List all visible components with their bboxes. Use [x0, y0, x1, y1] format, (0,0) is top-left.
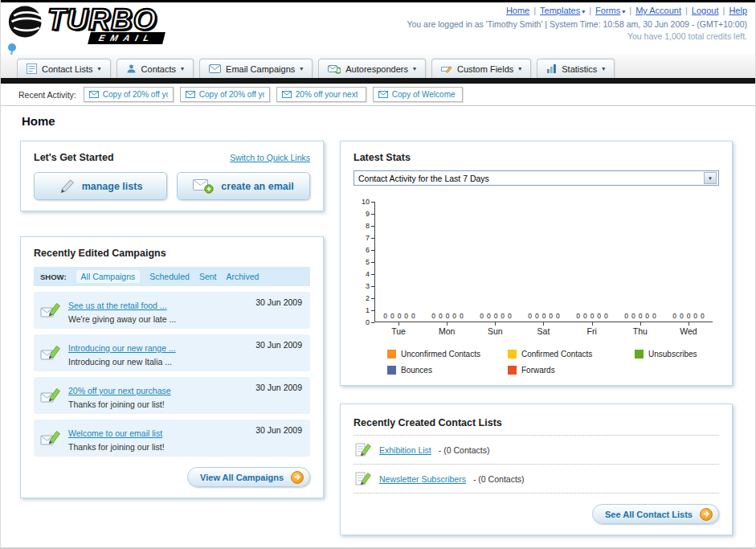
top-link-templates[interactable]: Templates — [540, 6, 580, 15]
view-all-campaigns-button[interactable]: View All Campaigns — [187, 467, 310, 487]
top-link-help[interactable]: Help — [729, 6, 747, 15]
chart-value-group-sat: 00000 — [520, 312, 568, 320]
campaign-title-link[interactable]: Introducing our new range ... — [68, 343, 176, 353]
chart-y-axis: 109876543210 — [353, 202, 374, 322]
legend-item-confirmed-contacts: Confirmed Contacts — [508, 350, 635, 358]
x-axis-label-mon: Mon — [423, 322, 471, 336]
separator: | — [533, 6, 536, 15]
recent-activity-items: Copy of 20% off yoCopy of 20% off yo20% … — [84, 87, 463, 102]
chart-value-group-mon: 00000 — [423, 312, 472, 320]
chart-value-label: 0 — [439, 312, 443, 320]
chart-value-label: 0 — [501, 312, 505, 320]
chart-x-axis: TueMonSunSatFriThuWed — [374, 322, 719, 336]
contact-list-name-link[interactable]: Exhibition List — [379, 445, 431, 455]
chart-value-label: 0 — [398, 312, 402, 320]
nav-tab-statistics[interactable]: Statistics▾ — [537, 59, 615, 78]
top-link-forms[interactable]: Forms — [595, 6, 620, 15]
contact-list-item: Exhibition List- (0 Contacts) — [353, 436, 719, 465]
contact-list-count: - (0 Contacts) — [473, 474, 525, 484]
view-all-campaigns-label: View All Campaigns — [200, 473, 284, 482]
nav-tab-email-campaigns[interactable]: Email Campaigns▾ — [199, 59, 313, 78]
chart-value-label: 0 — [672, 312, 676, 320]
manage-lists-button[interactable]: manage lists — [34, 172, 167, 200]
legend-item-unsubscribes: Unsubscribes — [635, 350, 719, 358]
nav-tab-custom-fields[interactable]: Custom Fields▾ — [431, 59, 531, 78]
email-campaigns-icon — [209, 64, 221, 73]
campaign-tab-archived[interactable]: Archived — [226, 272, 259, 281]
nav-tab-contact-lists[interactable]: Contact Lists▾ — [17, 59, 111, 78]
chart-value-label: 0 — [652, 312, 656, 320]
main-nav: Contact Lists▾Contacts▾Email Campaigns▾A… — [1, 55, 755, 78]
caret-down-icon: ▾ — [413, 65, 416, 72]
chart-value-label: 0 — [631, 312, 635, 320]
recent-activity-item[interactable]: Copy of Welcome to — [373, 87, 463, 102]
recent-activity-item[interactable]: 20% off your next — [276, 87, 366, 102]
chart-value-group-sun: 00000 — [472, 312, 520, 320]
manage-lists-label: manage lists — [82, 181, 143, 192]
top-link-logout[interactable]: Logout — [692, 6, 719, 15]
chart-value-label: 0 — [452, 312, 456, 320]
recent-activity-item[interactable]: Copy of 20% off yo — [180, 87, 270, 102]
contact-list-name-link[interactable]: Newsletter Subscribers — [379, 474, 466, 484]
custom-fields-icon — [441, 64, 452, 74]
campaign-date: 30 Jun 2009 — [255, 425, 302, 435]
chart-value-label: 0 — [639, 312, 643, 320]
create-email-label: create an email — [221, 181, 293, 192]
chart-value-label: 0 — [508, 312, 512, 320]
nav-tab-contacts[interactable]: Contacts▾ — [116, 59, 194, 78]
campaign-date: 30 Jun 2009 — [255, 340, 302, 350]
contacts-icon — [126, 64, 137, 74]
list-pencil-icon — [355, 470, 372, 487]
switch-quick-links-link[interactable]: Switch to Quick Links — [230, 153, 310, 162]
legend-label: Confirmed Contacts — [521, 350, 592, 358]
chart-value-label: 0 — [494, 312, 498, 320]
credits-info: You have 1,000 total credits left. — [407, 31, 747, 41]
nav-tab-autoresponders[interactable]: Autoresponders▾ — [318, 59, 426, 78]
create-email-button[interactable]: create an email — [177, 172, 310, 200]
x-axis-label-sat: Sat — [519, 322, 567, 336]
legend-item-forwards: Forwards — [508, 366, 635, 375]
separator: | — [723, 6, 725, 15]
stats-period-value: Contact Activity for the Last 7 Days — [358, 174, 489, 183]
left-column: Let's Get Started Switch to Quick Links … — [20, 141, 324, 498]
contact-list-count: - (0 Contacts) — [439, 445, 490, 455]
x-axis-label-tue: Tue — [374, 322, 423, 336]
separator: | — [629, 6, 631, 15]
campaign-tab-sent[interactable]: Sent — [199, 272, 217, 281]
autoresponders-icon — [328, 64, 341, 74]
header: TURBO EMAIL Home|Templates▾|Forms▾|My Ac… — [1, 2, 755, 55]
chart-value-label: 0 — [624, 312, 628, 320]
recent-activity-item-label: 20% off your next — [296, 90, 358, 99]
chart-value-group-thu: 00000 — [616, 312, 664, 320]
x-axis-label-sun: Sun — [471, 322, 519, 336]
chart-value-group-wed: 00000 — [664, 312, 713, 320]
recent-activity-item-label: Copy of 20% off yo — [103, 90, 168, 99]
stats-period-select[interactable]: Contact Activity for the Last 7 Days ▼ — [353, 170, 719, 186]
campaign-title-link[interactable]: Welcome to our email list — [68, 428, 162, 438]
chart-value-label: 0 — [701, 312, 705, 320]
chart-value-label: 0 — [542, 312, 546, 320]
chart-value-label: 0 — [487, 312, 491, 320]
recent-activity-item[interactable]: Copy of 20% off yo — [84, 87, 174, 102]
campaign-title-link[interactable]: 20% off your next purchase — [68, 386, 171, 395]
legend-swatch — [508, 350, 517, 358]
nav-tab-label: Email Campaigns — [226, 64, 295, 74]
envelope-small-icon — [89, 91, 99, 98]
envelope-pencil-icon — [40, 382, 61, 409]
app-logo[interactable]: TURBO EMAIL — [7, 4, 164, 44]
chart-value-label: 0 — [460, 312, 464, 320]
dropdown-arrow-icon[interactable]: ▼ — [704, 172, 717, 184]
recent-activity-item-label: Copy of 20% off yo — [199, 90, 264, 99]
top-link-my-account[interactable]: My Account — [635, 6, 681, 15]
see-all-contact-lists-button[interactable]: See All Contact Lists — [592, 504, 719, 524]
campaign-tab-all-campaigns[interactable]: All Campaigns — [76, 270, 141, 283]
campaign-tab-scheduled[interactable]: Scheduled — [149, 272, 190, 281]
pencil-icon — [59, 178, 75, 194]
campaign-title-link[interactable]: See us at the retail food ... — [68, 301, 167, 310]
chart-value-label: 0 — [597, 312, 601, 320]
contact-list-items: Exhibition List- (0 Contacts)Newsletter … — [353, 436, 719, 494]
main-content: Home Let's Get Started Switch to Quick L… — [1, 106, 755, 547]
legend-item-unconfirmed-contacts: Unconfirmed Contacts — [387, 350, 508, 358]
top-link-home[interactable]: Home — [506, 6, 529, 15]
recent-activity-item-label: Copy of Welcome to — [392, 90, 457, 99]
